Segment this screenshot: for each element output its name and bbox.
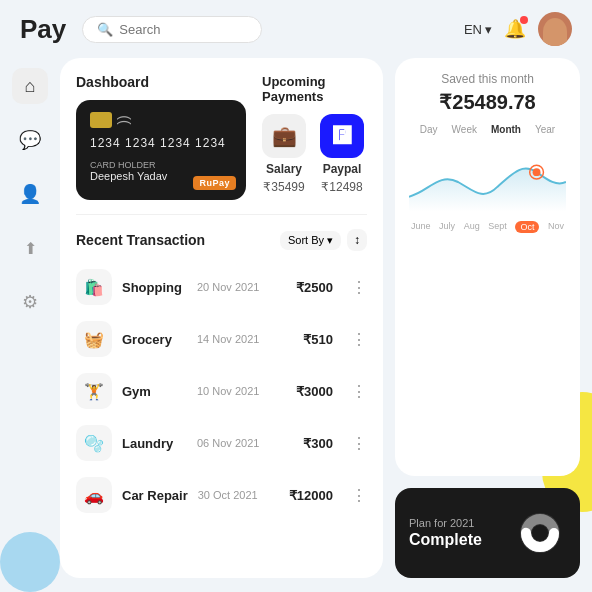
avatar-image: [543, 18, 567, 46]
savings-title: Saved this month: [409, 72, 566, 86]
txn-name: Gym: [122, 384, 187, 399]
payment-item-salary[interactable]: 💼 Salary ₹35499: [262, 114, 306, 194]
right-panel: Saved this month ₹25489.78 Day Week Mont…: [395, 58, 580, 578]
tab-day[interactable]: Day: [416, 122, 442, 137]
sort-chevron-icon: ▾: [327, 234, 333, 247]
txn-amount: ₹510: [303, 332, 333, 347]
txn-name: Shopping: [122, 280, 187, 295]
search-icon: 🔍: [97, 22, 113, 37]
sidebar: ⌂ 💬 👤 ⬆ ⚙: [0, 58, 60, 590]
lang-label: EN: [464, 22, 482, 37]
sort-az-icon: ↕: [354, 233, 360, 247]
sidebar-item-upload[interactable]: ⬆: [12, 230, 48, 266]
txn-more-button[interactable]: ⋮: [351, 278, 367, 297]
txn-name: Laundry: [122, 436, 187, 451]
sidebar-item-user[interactable]: 👤: [12, 176, 48, 212]
txn-amount: ₹2500: [296, 280, 333, 295]
card-chip: [90, 112, 112, 128]
txn-date: 30 Oct 2021: [198, 489, 279, 501]
transaction-list: 🛍️ Shopping 20 Nov 2021 ₹2500 ⋮ 🧺 Grocer…: [76, 265, 367, 517]
month-nov: Nov: [548, 221, 564, 233]
salary-amount: ₹35499: [263, 180, 304, 194]
sort-order-button[interactable]: ↕: [347, 229, 367, 251]
donut-inner: [532, 525, 548, 541]
credit-card: (( 1234 1234 1234 1234 Card Holder Deepe…: [76, 100, 246, 200]
time-tabs: Day Week Month Year: [409, 122, 566, 137]
topbar-right: EN ▾ 🔔: [464, 12, 572, 46]
txn-amount: ₹3000: [296, 384, 333, 399]
tab-week[interactable]: Week: [448, 122, 481, 137]
app-title: Pay: [20, 14, 66, 45]
month-oct[interactable]: Oct: [515, 221, 539, 233]
txn-more-button[interactable]: ⋮: [351, 486, 367, 505]
left-panel: Dashboard (( 1234 1234 1234 1234 Card Ho…: [60, 58, 383, 578]
plan-donut-chart: [514, 507, 566, 559]
payment-items: 💼 Salary ₹35499 🅿 Paypal ₹12498: [262, 114, 367, 194]
sidebar-item-chat[interactable]: 💬: [12, 122, 48, 158]
table-row: 🚗 Car Repair 30 Oct 2021 ₹12000 ⋮: [76, 473, 367, 517]
card-chip-area: ((: [90, 112, 232, 128]
table-row: 🏋️ Gym 10 Nov 2021 ₹3000 ⋮: [76, 369, 367, 413]
bell-icon[interactable]: 🔔: [504, 18, 526, 40]
card-number: 1234 1234 1234 1234: [90, 136, 232, 150]
chart-active-point: [533, 168, 541, 176]
avatar[interactable]: [538, 12, 572, 46]
txn-more-button[interactable]: ⋮: [351, 330, 367, 349]
txn-date: 14 Nov 2021: [197, 333, 293, 345]
dashboard-title: Dashboard: [76, 74, 246, 90]
txn-amount: ₹12000: [289, 488, 333, 503]
table-row: 🧺 Grocery 14 Nov 2021 ₹510 ⋮: [76, 317, 367, 361]
paypal-icon: 🅿: [320, 114, 364, 158]
month-july: July: [439, 221, 455, 233]
month-sept: Sept: [488, 221, 507, 233]
table-row: 🫧 Laundry 06 Nov 2021 ₹300 ⋮: [76, 421, 367, 465]
carrepair-icon: 🚗: [76, 477, 112, 513]
txn-name: Car Repair: [122, 488, 188, 503]
tab-month[interactable]: Month: [487, 122, 525, 137]
savings-chart: June July Aug Sept Oct Nov: [409, 147, 566, 227]
table-row: 🛍️ Shopping 20 Nov 2021 ₹2500 ⋮: [76, 265, 367, 309]
divider: [76, 214, 367, 215]
paypal-amount: ₹12498: [321, 180, 362, 194]
content-area: Dashboard (( 1234 1234 1234 1234 Card Ho…: [60, 58, 592, 590]
upcoming-payments: Upcoming Payments 💼 Salary ₹35499 🅿 Payp…: [262, 74, 367, 194]
chart-months: June July Aug Sept Oct Nov: [409, 221, 566, 233]
notification-dot: [520, 16, 528, 24]
upcoming-title: Upcoming Payments: [262, 74, 367, 104]
paypal-label: Paypal: [323, 162, 362, 176]
txn-date: 06 Nov 2021: [197, 437, 293, 449]
sort-by-label: Sort By: [288, 234, 324, 246]
tab-year[interactable]: Year: [531, 122, 559, 137]
grocery-icon: 🧺: [76, 321, 112, 357]
card-holder-label: Card Holder: [90, 160, 232, 170]
search-bar[interactable]: 🔍: [82, 16, 262, 43]
dashboard-left: Dashboard (( 1234 1234 1234 1234 Card Ho…: [76, 74, 246, 200]
plan-text: Plan for 2021 Complete: [409, 517, 502, 549]
sort-by-button[interactable]: Sort By ▾: [280, 231, 341, 250]
recent-header: Recent Transaction Sort By ▾ ↕: [76, 229, 367, 251]
savings-amount: ₹25489.78: [409, 90, 566, 114]
main-layout: ⌂ 💬 👤 ⬆ ⚙ Dashboard (( 1234 1234 1234 12…: [0, 58, 592, 590]
sidebar-item-settings[interactable]: ⚙: [12, 284, 48, 320]
month-aug: Aug: [464, 221, 480, 233]
laundry-icon: 🫧: [76, 425, 112, 461]
lang-selector[interactable]: EN ▾: [464, 22, 492, 37]
chart-svg: [409, 147, 566, 217]
txn-more-button[interactable]: ⋮: [351, 434, 367, 453]
txn-date: 10 Nov 2021: [197, 385, 286, 397]
sort-control: Sort By ▾ ↕: [280, 229, 367, 251]
plan-label: Plan for 2021: [409, 517, 502, 529]
txn-more-button[interactable]: ⋮: [351, 382, 367, 401]
savings-card: Saved this month ₹25489.78 Day Week Mont…: [395, 58, 580, 476]
txn-date: 20 Nov 2021: [197, 281, 286, 293]
payment-item-paypal[interactable]: 🅿 Paypal ₹12498: [320, 114, 364, 194]
recent-title: Recent Transaction: [76, 232, 205, 248]
salary-icon: 💼: [262, 114, 306, 158]
txn-amount: ₹300: [303, 436, 333, 451]
salary-label: Salary: [266, 162, 302, 176]
gym-icon: 🏋️: [76, 373, 112, 409]
sidebar-item-home[interactable]: ⌂: [12, 68, 48, 104]
card-logo: RuPay: [193, 176, 236, 190]
lang-chevron: ▾: [485, 22, 492, 37]
search-input[interactable]: [119, 22, 247, 37]
